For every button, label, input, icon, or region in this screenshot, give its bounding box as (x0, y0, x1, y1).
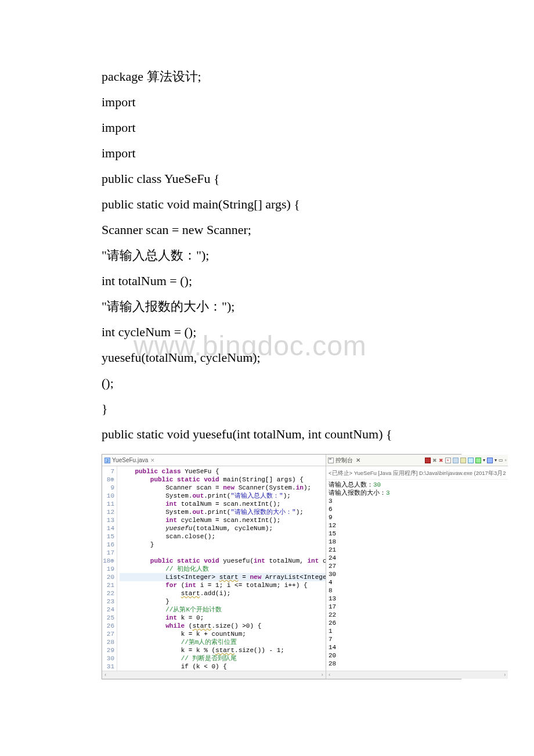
doc-line: (); (102, 370, 438, 396)
show-selected-icon[interactable] (468, 458, 474, 463)
java-file-icon: J (104, 458, 110, 463)
dropdown-icon[interactable]: ▾ (483, 456, 485, 465)
doc-line: public class YueSeFu { (102, 166, 438, 192)
scroll-lock-icon[interactable] (460, 458, 466, 463)
display-icon[interactable] (475, 458, 481, 463)
doc-line: Scanner scan = new Scanner; (102, 217, 438, 243)
doc-line: package 算法设计; (102, 64, 438, 89)
doc-line: } (102, 396, 438, 422)
editor-tab[interactable]: J YueSeFu.java ✕ (102, 455, 326, 466)
dropdown-icon[interactable]: ▾ (495, 456, 497, 465)
doc-line: import (102, 89, 438, 115)
doc-line: public static void main(String[] args) { (102, 192, 438, 217)
terminate-icon[interactable] (425, 458, 431, 463)
doc-line: "请输入总人数："); (102, 243, 438, 268)
console-header: 控制台 ✕ ✖ ✖ × ▾ ▾ ▭ ▫ (326, 455, 508, 466)
console-output[interactable]: 请输入总人数：30请输入报数的大小：3369121518212427304813… (326, 480, 508, 671)
console-pane: 控制台 ✕ ✖ ✖ × ▾ ▾ ▭ ▫ <已终止> YueSeFu [Java … (326, 455, 508, 679)
line-gutter: 78⊕9101112131415161718⊕19202122232425262… (102, 466, 117, 671)
doc-line: "请输入报数的大小："); (102, 294, 438, 319)
doc-line: public static void yuesefu(int totalNum,… (102, 422, 438, 447)
ide-screenshot: J YueSeFu.java ✕ 78⊕9101112131415161718⊕… (102, 454, 461, 679)
doc-line: int cycleNum = (); (102, 319, 438, 345)
doc-line: int totalNum = (); (102, 268, 438, 294)
close-icon[interactable]: ✕ (150, 455, 155, 466)
clear-icon[interactable]: × (445, 458, 451, 463)
doc-line: yuesefu(totalNum, cycleNum); (102, 345, 438, 370)
editor-pane: J YueSeFu.java ✕ 78⊕9101112131415161718⊕… (102, 455, 326, 679)
remove-all-icon[interactable]: ✖ (439, 455, 443, 466)
console-title: 控制台 (335, 455, 353, 466)
code-area[interactable]: public class YueSeFu { public static voi… (117, 466, 326, 671)
console-scrollbar[interactable]: ‹› (326, 671, 508, 679)
maximize-icon[interactable]: ▫ (505, 456, 507, 465)
tab-label: YueSeFu.java (112, 455, 148, 466)
console-process-label: <已终止> YueSeFu [Java 应用程序] D:\Java\bin\ja… (326, 466, 508, 480)
doc-line: import (102, 141, 438, 166)
remove-launch-icon[interactable]: ✖ (432, 455, 437, 466)
minimize-icon[interactable]: ▭ (499, 456, 503, 465)
open-console-icon[interactable] (487, 458, 493, 463)
document-body: package 算法设计; import import import publi… (102, 64, 438, 679)
pin-icon[interactable] (453, 458, 459, 463)
doc-line: import (102, 115, 438, 141)
editor-scrollbar[interactable]: ‹› (102, 671, 326, 679)
console-tab-close-icon[interactable]: ✕ (356, 455, 360, 466)
console-icon (328, 458, 334, 463)
